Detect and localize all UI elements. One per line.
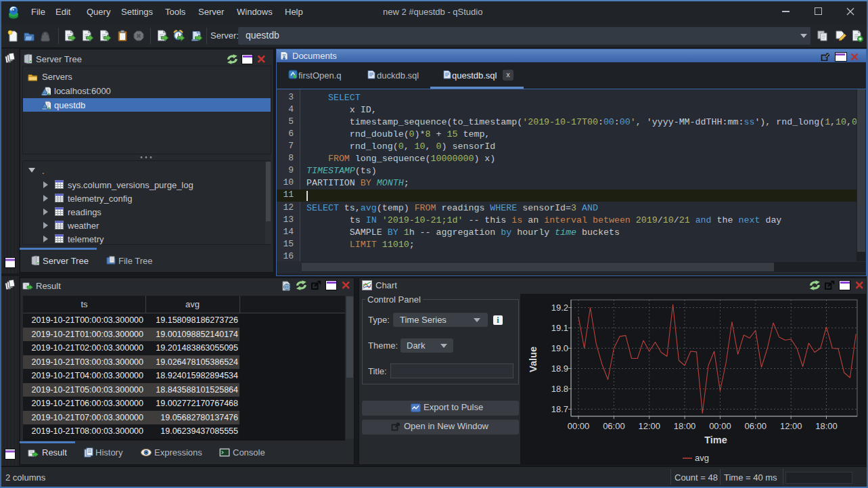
svg-text:12:00: 12:00 bbox=[780, 421, 802, 431]
svg-text:00:00: 00:00 bbox=[709, 421, 731, 431]
svg-text:18.8: 18.8 bbox=[551, 384, 568, 394]
svg-text:12:00: 12:00 bbox=[638, 421, 660, 431]
svg-text:Value: Value bbox=[528, 347, 539, 372]
svg-text:06:00: 06:00 bbox=[745, 421, 767, 431]
svg-text:18:00: 18:00 bbox=[815, 421, 838, 431]
svg-text:19.0: 19.0 bbox=[551, 343, 568, 353]
svg-text:19.2: 19.2 bbox=[551, 303, 568, 313]
svg-text:Time: Time bbox=[704, 435, 727, 445]
svg-text:18:00: 18:00 bbox=[674, 421, 696, 431]
svg-text:06:00: 06:00 bbox=[603, 421, 625, 431]
svg-text:avg: avg bbox=[695, 453, 709, 463]
svg-text:18.7: 18.7 bbox=[551, 404, 568, 414]
svg-text:18.9: 18.9 bbox=[551, 363, 568, 374]
svg-text:00:00: 00:00 bbox=[568, 421, 590, 431]
svg-text:19.1: 19.1 bbox=[551, 323, 568, 333]
